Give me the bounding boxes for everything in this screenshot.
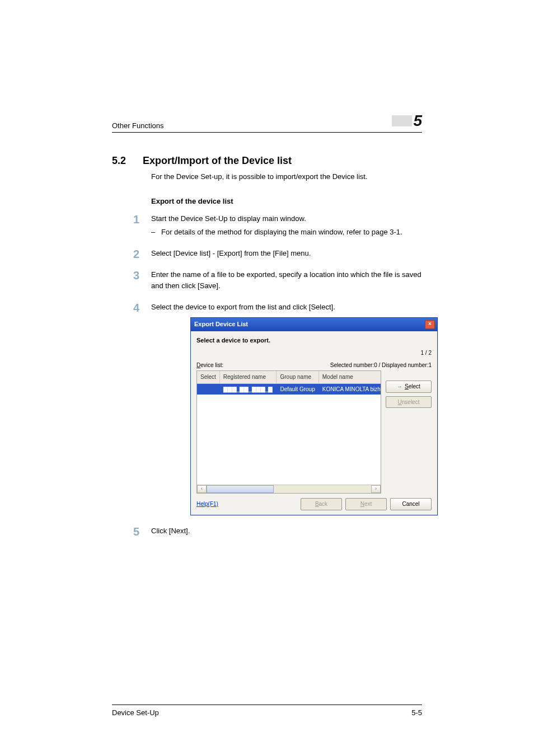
unselect-button-label: Unselect bbox=[398, 398, 420, 407]
footer-right: 5-5 bbox=[411, 708, 422, 717]
select-button-label: Select bbox=[405, 382, 420, 391]
cell-registered-name: ▇▇▇_▇▇_▇▇▇_▇ bbox=[219, 383, 277, 395]
step-number: 5 bbox=[133, 523, 139, 541]
dialog-titlebar[interactable]: Export Device List × bbox=[191, 318, 437, 331]
cancel-button[interactable]: Cancel bbox=[390, 498, 432, 510]
page-header: Other Functions 5 bbox=[112, 112, 422, 133]
back-button-label: Back bbox=[315, 500, 327, 509]
back-button[interactable]: Back bbox=[301, 498, 342, 510]
cell-model-name: KONICA MINOLTA bizhub C3 bbox=[318, 383, 381, 395]
cell-group-name: Default Group bbox=[277, 383, 318, 395]
step-text: Start the Device Set-Up to display main … bbox=[151, 214, 306, 223]
section-number: 5.2 bbox=[112, 155, 126, 167]
step-2: 2 Select [Device list] - [Export] from t… bbox=[112, 248, 422, 259]
close-icon[interactable]: × bbox=[425, 320, 435, 329]
step-text: Select [Device list] - [Export] from the… bbox=[151, 249, 311, 257]
side-buttons: → Select Unselect bbox=[386, 370, 432, 494]
dialog-body: Select a device to export. 1 / 2 Device … bbox=[191, 331, 437, 515]
help-link[interactable]: Help(F1) bbox=[196, 500, 218, 509]
chapter-shade bbox=[392, 115, 412, 126]
step-1-substep: For details of the method for displaying… bbox=[151, 227, 422, 238]
scroll-left-icon[interactable]: ‹ bbox=[197, 485, 207, 493]
scroll-track[interactable] bbox=[207, 485, 371, 493]
page-count: 1 / 2 bbox=[196, 349, 432, 358]
col-registered-name[interactable]: Registered name bbox=[219, 371, 277, 383]
dialog-footer: Help(F1) Back Next Cancel bbox=[196, 498, 432, 510]
step-1: 1 Start the Device Set-Up to display mai… bbox=[112, 213, 422, 238]
step-3: 3 Enter the name of a file to be exporte… bbox=[112, 269, 422, 292]
step-5: 5 Click [Next]. bbox=[112, 525, 422, 537]
step-number: 2 bbox=[133, 246, 139, 263]
dialog-instruction: Select a device to export. bbox=[196, 336, 432, 345]
device-list-label: Device list: bbox=[196, 361, 223, 370]
dialog-title: Export Device List bbox=[194, 320, 248, 329]
step-text: Select the device to export from the lis… bbox=[151, 303, 335, 311]
device-table-container[interactable]: Select Registered name Group name Model … bbox=[196, 370, 381, 494]
col-model-name[interactable]: Model name bbox=[318, 371, 381, 383]
next-button[interactable]: Next bbox=[345, 498, 387, 510]
step-number: 1 bbox=[133, 211, 139, 228]
step-number: 4 bbox=[133, 299, 139, 317]
unselect-button[interactable]: Unselect bbox=[386, 396, 432, 408]
col-select[interactable]: Select bbox=[197, 371, 219, 383]
col-group-name[interactable]: Group name bbox=[277, 371, 318, 383]
list-count: Selected number:0 / Displayed number:1 bbox=[330, 361, 432, 370]
cell-select bbox=[197, 383, 219, 395]
export-device-list-dialog: Export Device List × Select a device to … bbox=[190, 317, 438, 515]
horizontal-scrollbar[interactable]: ‹ › bbox=[197, 485, 381, 493]
device-table[interactable]: Select Registered name Group name Model … bbox=[197, 371, 381, 395]
page-footer: Device Set-Up 5-5 bbox=[112, 705, 422, 717]
section-title: Export/Import of the Device list bbox=[143, 155, 292, 167]
section-heading: 5.2 Export/Import of the Device list bbox=[112, 155, 422, 167]
section-intro: For the Device Set-up, it is possible to… bbox=[151, 171, 422, 182]
breadcrumb: Other Functions bbox=[112, 121, 164, 130]
step-number: 3 bbox=[133, 267, 139, 284]
dialog-screenshot: Export Device List × Select a device to … bbox=[190, 317, 422, 515]
footer-left: Device Set-Up bbox=[112, 708, 159, 717]
table-row[interactable]: ▇▇▇_▇▇_▇▇▇_▇ Default Group KONICA MINOLT… bbox=[197, 383, 381, 395]
list-area: Select Registered name Group name Model … bbox=[196, 370, 432, 494]
chapter-number: 5 bbox=[413, 112, 422, 130]
table-header: Select Registered name Group name Model … bbox=[197, 371, 381, 383]
step-text: Click [Next]. bbox=[151, 527, 190, 535]
list-label-row: Device list: Selected number:0 / Display… bbox=[196, 361, 432, 370]
next-button-label: Next bbox=[360, 500, 372, 509]
arrow-right-icon: → bbox=[397, 382, 402, 391]
step-text: Enter the name of a file to be exported,… bbox=[151, 270, 421, 290]
select-button[interactable]: → Select bbox=[386, 381, 432, 393]
scroll-thumb[interactable] bbox=[207, 485, 274, 493]
subheading: Export of the device list bbox=[151, 197, 422, 205]
step-4: 4 Select the device to export from the l… bbox=[112, 302, 422, 515]
scroll-right-icon[interactable]: › bbox=[371, 485, 381, 493]
chapter-block: 5 bbox=[392, 112, 422, 130]
steps-list: 1 Start the Device Set-Up to display mai… bbox=[112, 213, 422, 537]
footer-buttons: Back Next Cancel bbox=[301, 498, 432, 510]
